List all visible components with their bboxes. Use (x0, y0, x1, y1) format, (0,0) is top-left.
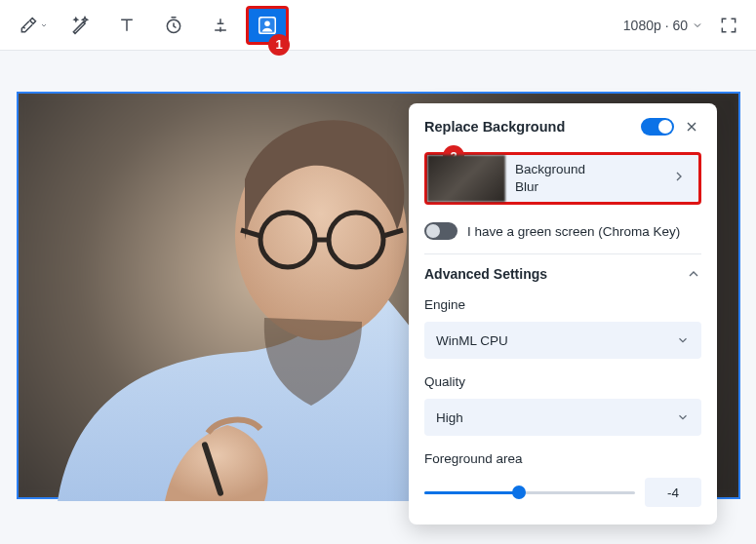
video-preview: Replace Background 2 Background Blur I h… (17, 92, 740, 499)
advanced-settings-toggle[interactable]: Advanced Settings (424, 253, 701, 282)
resolution-label: 1080p · 60 (623, 18, 688, 33)
quality-value: High (436, 410, 463, 425)
panel-title: Replace Background (424, 119, 633, 135)
chevron-down-icon (676, 333, 690, 347)
eyedropper-icon (19, 16, 38, 35)
magic-wand-tool[interactable] (59, 6, 101, 45)
chevron-right-icon (671, 169, 687, 184)
timer-icon (164, 16, 183, 35)
foreground-slider[interactable] (424, 483, 635, 502)
chevron-down-icon (40, 21, 48, 29)
timer-tool[interactable] (152, 6, 195, 45)
enable-toggle[interactable] (641, 118, 674, 136)
background-option-label: Background Blur (505, 161, 671, 195)
chevron-down-icon (676, 410, 690, 424)
fullscreen-button[interactable] (713, 10, 744, 41)
adjust-icon (211, 16, 230, 35)
engine-value: WinML CPU (436, 333, 508, 348)
background-option-line2: Blur (515, 178, 671, 196)
resolution-selector[interactable]: 1080p · 60 (623, 18, 703, 33)
background-thumbnail (427, 155, 505, 202)
engine-label: Engine (424, 297, 701, 312)
replace-background-tool[interactable]: 1 (246, 6, 289, 45)
adjust-tool[interactable] (199, 6, 242, 45)
foreground-value: -4 (645, 478, 701, 507)
replace-background-icon (257, 15, 278, 36)
replace-background-panel: Replace Background 2 Background Blur I h… (409, 103, 717, 525)
green-screen-label: I have a green screen (Chroma Key) (467, 224, 680, 239)
svg-point-2 (264, 20, 270, 26)
foreground-label: Foreground area (424, 451, 701, 466)
toolbar: 1 1080p · 60 (0, 0, 756, 51)
fullscreen-icon (719, 16, 738, 35)
text-icon (117, 16, 137, 35)
chevron-down-icon (692, 19, 703, 31)
quality-label: Quality (424, 374, 701, 389)
panel-header: Replace Background (424, 117, 701, 136)
green-screen-row: I have a green screen (Chroma Key) (424, 222, 701, 240)
close-icon (684, 119, 699, 135)
quality-select[interactable]: High (424, 399, 701, 436)
eyedropper-tool[interactable] (12, 6, 55, 45)
callout-badge-1: 1 (268, 34, 290, 56)
background-option-selector[interactable]: 2 Background Blur (424, 152, 701, 205)
background-option-line1: Background (515, 161, 671, 178)
toolbar-right: 1080p · 60 (623, 10, 744, 41)
magic-wand-icon (70, 16, 90, 35)
foreground-slider-row: -4 (424, 478, 701, 507)
close-button[interactable] (682, 117, 701, 136)
background-option-chevron (671, 169, 698, 188)
advanced-settings-label: Advanced Settings (424, 266, 547, 282)
engine-select[interactable]: WinML CPU (424, 322, 701, 359)
green-screen-toggle[interactable] (424, 222, 458, 240)
chevron-up-icon (686, 266, 701, 282)
text-tool[interactable] (105, 6, 148, 45)
